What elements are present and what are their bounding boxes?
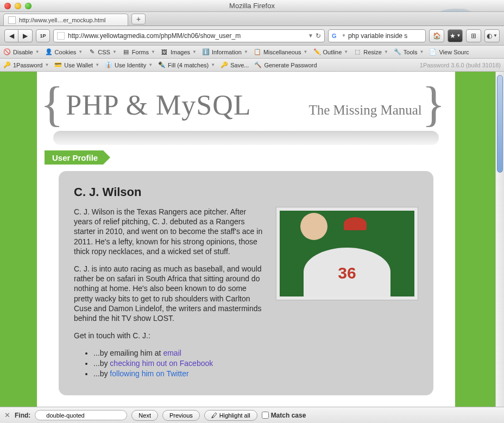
tab-label: http://www.yell…er_mockup.html bbox=[19, 17, 106, 23]
jersey-graphic bbox=[304, 248, 390, 296]
right-brace-icon: } bbox=[422, 87, 445, 121]
site-icon bbox=[57, 32, 65, 40]
browser-tab[interactable]: http://www.yell…er_mockup.html bbox=[3, 14, 128, 26]
generate-password-button[interactable]: 🔨Generate Password bbox=[254, 61, 317, 69]
resize-icon: ⬚ bbox=[354, 48, 361, 56]
source-icon: 📄 bbox=[429, 48, 437, 56]
save-icon: 🔑 bbox=[220, 61, 228, 69]
identity-icon: 👔 bbox=[105, 61, 112, 69]
contact-twitter: ...by following him on Twitter bbox=[93, 369, 418, 379]
resize-menu[interactable]: ⬚Resize▼ bbox=[354, 48, 388, 56]
generate-icon: 🔨 bbox=[254, 61, 262, 69]
onepassword-icon: 🔑 bbox=[3, 61, 11, 69]
use-wallet-menu[interactable]: 💳Use Wallet▼ bbox=[54, 61, 99, 69]
findbar-close-button[interactable]: ✕ bbox=[4, 411, 10, 419]
find-previous-button[interactable]: Previous bbox=[162, 410, 200, 421]
image-icon: 🖼 bbox=[161, 48, 168, 56]
profile-photo bbox=[280, 211, 414, 296]
url-dropdown-icon[interactable]: ▼ bbox=[308, 33, 313, 39]
bookmarks-button[interactable]: ★▼ bbox=[448, 29, 463, 42]
information-menu[interactable]: ℹ️Information▼ bbox=[202, 48, 248, 56]
misc-icon: 📋 bbox=[254, 48, 261, 56]
pencil-icon: ✎ bbox=[88, 48, 96, 56]
find-next-button[interactable]: Next bbox=[131, 410, 158, 421]
match-case-checkbox[interactable]: Match case bbox=[262, 412, 306, 419]
contact-list: ...by emailing him at email ...by checki… bbox=[93, 348, 418, 379]
use-identity-menu[interactable]: 👔Use Identity▼ bbox=[105, 61, 153, 69]
profile-card: C. J. Wilson C. J. Wilson is the Texas R… bbox=[59, 171, 433, 395]
left-brace-icon: { bbox=[40, 87, 64, 121]
page-header: { PHP & MySQL The Missing Manual } bbox=[37, 83, 455, 121]
page-icon bbox=[8, 16, 16, 24]
css-menu[interactable]: ✎CSS▼ bbox=[88, 48, 117, 56]
onepassword-menu[interactable]: 🔑1Password▼ bbox=[3, 61, 49, 69]
cookies-menu[interactable]: 👤Cookies▼ bbox=[45, 48, 83, 56]
nav-back-forward: ◀ ▶ bbox=[4, 29, 33, 42]
find-input[interactable] bbox=[35, 410, 127, 420]
search-text: php variable inside s bbox=[348, 32, 407, 40]
contact-facebook: ...by checking him out on Facebook bbox=[93, 358, 418, 369]
search-box[interactable]: ▼ php variable inside s bbox=[328, 29, 426, 42]
url-bar[interactable]: http://www.yellowtagmedia.com/phpMM/ch06… bbox=[53, 29, 325, 42]
match-case-input[interactable] bbox=[262, 412, 269, 419]
new-tab-button[interactable]: + bbox=[131, 14, 146, 24]
onepassword-nav-button[interactable]: 1P bbox=[36, 29, 50, 42]
onepassword-toolbar: 🔑1Password▼ 💳Use Wallet▼ 👔Use Identity▼ … bbox=[0, 59, 504, 72]
tools-menu[interactable]: 🔧Tools▼ bbox=[394, 48, 424, 56]
browser-viewport: { PHP & MySQL The Missing Manual } User … bbox=[0, 72, 504, 407]
outline-icon: ✏️ bbox=[313, 48, 321, 56]
info-icon: ℹ️ bbox=[202, 48, 210, 56]
form-icon: ▤ bbox=[122, 48, 130, 56]
profile-photo-frame bbox=[276, 207, 418, 300]
profile-paragraph-3: Get in touch with C. J.: bbox=[74, 331, 418, 340]
web-developer-toolbar: 🚫Disable▼ 👤Cookies▼ ✎CSS▼ ▤Forms▼ 🖼Image… bbox=[0, 46, 504, 59]
match-case-label: Match case bbox=[271, 412, 306, 419]
disable-menu[interactable]: 🚫Disable▼ bbox=[3, 48, 40, 56]
tools-icon: 🔧 bbox=[394, 48, 401, 56]
reload-icon[interactable]: ↻ bbox=[316, 32, 321, 40]
vertical-scrollbar[interactable] bbox=[495, 72, 504, 407]
highlight-all-button[interactable]: 🖊 Highlight all bbox=[204, 410, 257, 421]
toolbar-extra-button-1[interactable]: ⊞ bbox=[466, 29, 481, 42]
wallet-icon: 💳 bbox=[54, 61, 62, 69]
page-content: { PHP & MySQL The Missing Manual } User … bbox=[37, 72, 455, 407]
twitter-link[interactable]: following him on Twitter bbox=[110, 369, 188, 378]
forms-menu[interactable]: ▤Forms▼ bbox=[122, 48, 155, 56]
back-button[interactable]: ◀ bbox=[4, 29, 18, 42]
miscellaneous-menu[interactable]: 📋Miscellaneous▼ bbox=[254, 48, 308, 56]
facebook-link[interactable]: checking him out on Facebook bbox=[110, 359, 213, 368]
window-titlebar: Mozilla Firefox bbox=[0, 0, 504, 12]
search-engine-dropdown-icon[interactable]: ▼ bbox=[342, 33, 346, 38]
fill-menu[interactable]: ✒️Fill (4 matches)▼ bbox=[158, 61, 215, 69]
google-icon bbox=[332, 32, 339, 40]
navigation-toolbar: ◀ ▶ 1P http://www.yellowtagmedia.com/php… bbox=[0, 26, 504, 46]
forward-button[interactable]: ▶ bbox=[18, 29, 33, 42]
view-source-menu[interactable]: 📄View Sourc bbox=[429, 48, 469, 56]
url-text: http://www.yellowtagmedia.com/phpMM/ch06… bbox=[68, 32, 306, 40]
find-bar: ✕ Find: Next Previous 🖊 Highlight all Ma… bbox=[0, 407, 504, 423]
images-menu[interactable]: 🖼Images▼ bbox=[161, 48, 197, 56]
disable-icon: 🚫 bbox=[3, 48, 11, 56]
email-link[interactable]: email bbox=[163, 349, 181, 357]
find-label: Find: bbox=[15, 412, 30, 419]
page-title: PHP & MySQL bbox=[66, 89, 251, 121]
header-divider bbox=[53, 131, 439, 145]
save-button[interactable]: 🔑Save... bbox=[220, 61, 249, 69]
section-tab-label: User Profile bbox=[52, 153, 98, 162]
onepassword-version-label: 1Password 3.6.0 (build 31018) bbox=[420, 62, 501, 68]
outline-menu[interactable]: ✏️Outline▼ bbox=[313, 48, 349, 56]
scrollbar-thumb[interactable] bbox=[497, 75, 503, 173]
profile-name: C. J. Wilson bbox=[74, 185, 418, 199]
fill-icon: ✒️ bbox=[158, 61, 166, 69]
toolbar-extra-button-2[interactable]: ◐▼ bbox=[484, 29, 500, 42]
tab-strip: http://www.yell…er_mockup.html + bbox=[0, 12, 504, 26]
contact-email: ...by emailing him at email bbox=[93, 348, 418, 358]
section-tab: User Profile bbox=[45, 150, 103, 165]
home-button[interactable]: 🏠 bbox=[429, 29, 444, 42]
window-title: Mozilla Firefox bbox=[0, 2, 504, 10]
page-subtitle: The Missing Manual bbox=[308, 103, 421, 118]
person-icon: 👤 bbox=[45, 48, 53, 56]
